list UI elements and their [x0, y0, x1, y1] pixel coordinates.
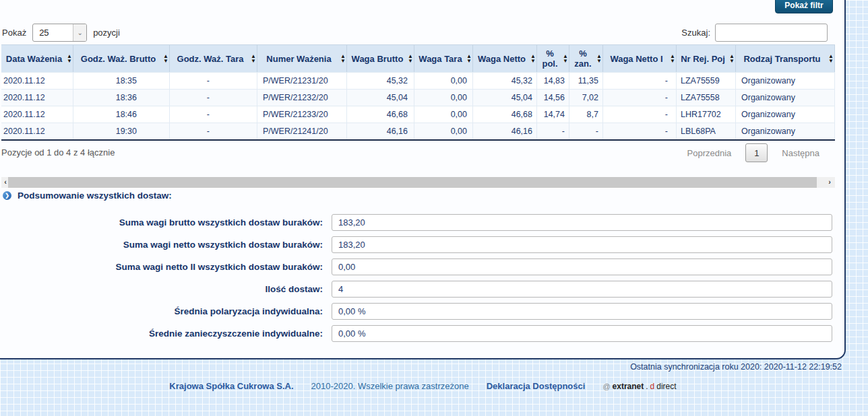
column-header-6[interactable]: Waga Tara▲▼ — [414, 45, 473, 72]
sort-icon: ▲▼ — [729, 54, 735, 63]
table-cell: 46,16 — [347, 123, 414, 139]
column-header-label: Waga Tara — [418, 54, 462, 64]
column-header-label: % pol. — [538, 48, 561, 69]
table-cell: 7,02 — [569, 90, 603, 106]
table-cell: 46,68 — [347, 106, 414, 123]
logo-main: extranet — [613, 382, 644, 391]
summary-field-input[interactable] — [332, 214, 832, 231]
summary-field-input[interactable] — [332, 303, 832, 320]
summary-field-label: Suma wagi netto II wszystkich dostaw bur… — [1, 258, 323, 275]
column-header-10[interactable]: Waga Netto I▲▼ — [603, 45, 677, 72]
sync-status: Ostatnia synchronizacja roku 2020: 2020-… — [630, 362, 842, 372]
table-cell: - — [170, 123, 257, 139]
accessibility-link[interactable]: Deklaracja Dostępności — [487, 381, 586, 391]
summary-field-label: Średnia polaryzacja indywidualna: — [1, 303, 323, 320]
table-cell: 2020.11.12 — [1, 106, 73, 123]
summary-field-input[interactable] — [332, 258, 832, 275]
table-cell: - — [603, 123, 677, 139]
table-cell: 45,32 — [473, 73, 537, 89]
column-header-2[interactable]: Godz. Waż. Brutto▲▼ — [73, 45, 170, 72]
summary-field-row: Suma wagi brutto wszystkich dostaw burak… — [1, 214, 835, 231]
table-cell: 8,7 — [569, 106, 603, 123]
content-panel: Pokaż filtr Pokaż 25 ⌄ pozycji Szukaj: D… — [0, 0, 846, 359]
page-length-control: Pokaż 25 ⌄ pozycji — [2, 24, 120, 42]
table-cell: LBL68PA — [677, 123, 736, 139]
entries-label: pozycji — [93, 28, 120, 38]
copyright-text: 2010-2020. Wszelkie prawa zastrzeżone — [311, 381, 469, 391]
column-header-1[interactable]: Data Ważenia▲▼ — [1, 45, 73, 72]
table-cell: LHR17702 — [677, 106, 736, 123]
table-cell: 14,56 — [537, 90, 569, 106]
show-filter-button[interactable]: Pokaż filtr — [775, 0, 833, 13]
summary-field-input[interactable] — [332, 281, 832, 298]
column-header-label: % zan. — [571, 48, 595, 69]
summary-field-label: Średnie zanieczyszczenie indywidualne: — [1, 325, 323, 342]
table-cell: 46,16 — [473, 123, 537, 139]
page-1-button[interactable]: 1 — [745, 143, 768, 162]
table-cell: 0,00 — [414, 90, 473, 106]
table-cell: 18:36 — [73, 90, 170, 106]
column-header-5[interactable]: Waga Brutto▲▼ — [347, 45, 414, 72]
pagination-controls: Poprzednia 1 Następna — [687, 143, 819, 162]
scrollbar-thumb[interactable] — [8, 177, 817, 188]
column-header-label: Rodzaj Transportu — [743, 54, 820, 64]
table-cell: - — [170, 106, 257, 123]
table-row: 2020.11.1219:30-P/WER/21241/2046,160,004… — [1, 123, 835, 139]
search-input[interactable] — [715, 24, 828, 42]
summary-field-row: Suma wagi netto wszystkich dostaw burakó… — [1, 236, 835, 253]
sort-icon: ▲▼ — [530, 54, 536, 63]
table-cell: 18:35 — [73, 73, 170, 89]
column-header-label: Godz. Waż. Tara — [177, 54, 244, 64]
column-header-11[interactable]: Nr Rej. Poj▲▼ — [677, 45, 736, 72]
table-cell: LZA75559 — [677, 73, 736, 89]
column-header-7[interactable]: Waga Netto▲▼ — [473, 45, 537, 72]
previous-page-button[interactable]: Poprzednia — [687, 148, 732, 158]
scroll-right-icon[interactable]: › — [826, 177, 834, 188]
column-header-label: Waga Brutto — [352, 54, 404, 64]
column-header-label: Waga Netto — [478, 54, 526, 64]
summary-field-label: Suma wagi netto wszystkich dostaw burakó… — [1, 236, 323, 253]
sort-icon: ▲▼ — [67, 54, 72, 63]
bullet-arrow-icon: ❯ — [3, 191, 11, 200]
table-cell: - — [537, 123, 569, 139]
at-icon: @ — [602, 382, 610, 390]
column-header-8[interactable]: % pol.▲▼ — [537, 45, 569, 72]
next-page-button[interactable]: Następna — [782, 148, 819, 158]
column-header-4[interactable]: Numer Ważenia▲▼ — [257, 45, 347, 72]
search-label: Szukaj: — [681, 28, 710, 38]
table-cell: P/WER/21241/20 — [257, 123, 347, 139]
summary-field-input[interactable] — [332, 236, 832, 253]
table-row: 2020.11.1218:36-P/WER/21232/2045,040,004… — [1, 89, 835, 106]
table-cell: - — [603, 73, 677, 89]
table-cell: 19:30 — [73, 123, 170, 139]
table-cell: 0,00 — [414, 73, 473, 89]
page-background: Pokaż filtr Pokaż 25 ⌄ pozycji Szukaj: D… — [0, 0, 868, 416]
sort-icon: ▲▼ — [563, 54, 568, 63]
sort-icon: ▲▼ — [408, 54, 413, 63]
column-header-9[interactable]: % zan.▲▼ — [569, 45, 603, 72]
logo-suffix: direct — [656, 382, 676, 391]
summary-field-row: Ilość dostaw: — [1, 281, 835, 298]
table-cell: 18:46 — [73, 106, 170, 123]
table-cell: 0,00 — [414, 106, 473, 123]
table-cell: P/WER/21232/20 — [257, 90, 347, 106]
chevron-down-icon: ⌄ — [73, 24, 86, 41]
table-cell: 0,00 — [414, 123, 473, 139]
table-cell: - — [170, 90, 257, 106]
summary-heading: ❯ Podsumowanie wszystkich dostaw: — [3, 190, 172, 201]
table-cell: - — [603, 90, 677, 106]
table-cell: 14,83 — [537, 73, 569, 89]
table-cell: 14,74 — [537, 106, 569, 123]
column-header-3[interactable]: Godz. Waż. Tara▲▼ — [170, 45, 257, 72]
show-label: Pokaż — [2, 28, 26, 38]
table-cell: Organizowany — [736, 90, 835, 106]
sort-icon: ▲▼ — [670, 54, 675, 63]
pagination-info: Pozycje od 1 do 4 z 4 łącznie — [1, 147, 115, 158]
sort-icon: ▲▼ — [596, 54, 602, 63]
horizontal-scrollbar[interactable]: ‹ › — [1, 177, 835, 188]
sort-icon: ▲▼ — [163, 54, 168, 63]
page-size-select[interactable]: 25 ⌄ — [32, 24, 87, 42]
table-cell: - — [569, 123, 603, 139]
summary-field-input[interactable] — [332, 325, 832, 342]
column-header-12[interactable]: Rodzaj Transportu▲▼ — [736, 45, 835, 72]
